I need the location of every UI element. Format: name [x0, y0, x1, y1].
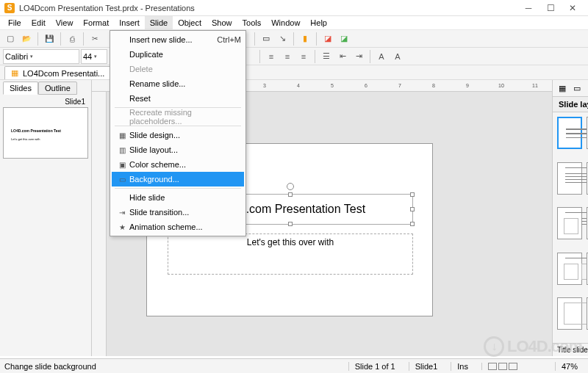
print-button[interactable] — [65, 32, 79, 46]
align-left-button[interactable]: ≡ — [264, 49, 279, 64]
layout-option-6[interactable] — [557, 253, 582, 285]
subtitle-textbox[interactable]: Let's get this over with — [168, 233, 413, 275]
font-family-select[interactable]: Calibri▾ — [3, 49, 79, 64]
close-button[interactable]: ✕ — [562, 1, 584, 15]
rect-tool[interactable]: ▭ — [259, 32, 273, 46]
watermark: ↓ LO4D.com — [484, 336, 582, 357]
status-hint: Change slide background — [4, 362, 341, 371]
menu-item-hide-slide[interactable]: Hide slide — [112, 190, 244, 205]
layout-toolbar-icon-0[interactable]: ▦ — [557, 83, 567, 93]
menu-item-duplicate[interactable]: Duplicate — [112, 47, 244, 62]
menu-insert[interactable]: Insert — [114, 16, 145, 29]
chart-tool[interactable]: ▮ — [298, 32, 312, 46]
menu-item-slide-transition[interactable]: ⇥Slide transition... — [112, 205, 244, 220]
layout-toolbar-icon-1[interactable]: ▭ — [572, 83, 582, 93]
layout-option-2[interactable] — [557, 162, 582, 195]
slide-panel: SlidesOutline Slide1LO4D.com Presentatio… — [0, 80, 92, 356]
arrow-tool[interactable]: ↘ — [275, 32, 290, 46]
menu-item-insert-new-slide[interactable]: Insert new slide...Ctrl+M — [112, 32, 244, 47]
thumb-label: Slide1 — [3, 98, 88, 106]
layout-option-8[interactable] — [557, 297, 582, 330]
status-slide-of: Slide 1 of 1 — [348, 362, 401, 371]
text-color-button[interactable]: A — [374, 49, 389, 64]
menu-file[interactable]: File — [3, 16, 26, 29]
indent-dec-button[interactable]: ⇤ — [335, 49, 350, 64]
align-center-button[interactable]: ≡ — [280, 49, 295, 64]
menu-item-animation-scheme[interactable]: ★Animation scheme... — [112, 220, 244, 234]
menu-show[interactable]: Show — [207, 16, 237, 29]
watermark-text: LO4D.com — [507, 337, 582, 356]
toolbar-standard: ▭ ↘ ▮ ◪ ◪ — [0, 30, 588, 48]
align-right-button[interactable]: ≡ — [296, 49, 311, 64]
layout-panel: ▦▭▥★ Slide layout Title slide — [552, 80, 588, 356]
cut-button[interactable] — [87, 32, 102, 46]
menu-item-reset[interactable]: Reset — [112, 91, 244, 106]
maximize-button[interactable]: ☐ — [539, 1, 562, 15]
window-title: LO4Dcom Presentation Test.prdx - Present… — [19, 4, 517, 12]
menubar: FileEditViewFormatInsertSlideObjectShowT… — [0, 16, 588, 30]
window-titlebar: S LO4Dcom Presentation Test.prdx - Prese… — [0, 0, 588, 16]
menu-item-delete: Delete — [112, 62, 244, 76]
statusbar: Change slide background Slide 1 of 1 Sli… — [0, 358, 588, 373]
new-button[interactable] — [3, 32, 18, 46]
menu-window[interactable]: Window — [266, 16, 305, 29]
minimize-button[interactable]: ─ — [517, 1, 539, 15]
help-icon[interactable]: ◪ — [337, 32, 351, 46]
open-button[interactable] — [19, 32, 34, 46]
ruler-vertical[interactable] — [92, 92, 107, 356]
status-insert-mode: Ins — [451, 362, 474, 371]
bullets-button[interactable]: ☰ — [319, 49, 334, 64]
font-size-select[interactable]: 44▾ — [81, 49, 107, 64]
menu-help[interactable]: Help — [305, 16, 332, 29]
menu-view[interactable]: View — [51, 16, 79, 29]
document-icon: ▦ — [11, 68, 18, 78]
status-slide-name: Slide1 — [409, 362, 444, 371]
watermark-icon: ↓ — [484, 336, 504, 357]
layout-option-4[interactable] — [557, 207, 582, 239]
menu-item-slide-layout[interactable]: ▥Slide layout... — [112, 142, 244, 157]
menu-tools[interactable]: Tools — [237, 16, 267, 29]
menu-edit[interactable]: Edit — [26, 16, 51, 29]
menu-item-rename-slide[interactable]: Rename slide... — [112, 76, 244, 91]
security-icon[interactable]: ◪ — [320, 32, 335, 46]
highlight-button[interactable]: A — [390, 49, 405, 64]
panel-tab-outline[interactable]: Outline — [38, 82, 77, 95]
menu-item-recreate-missing-placeholders: Recreate missing placeholders... — [112, 109, 244, 124]
subtitle-text[interactable]: Let's get this over with — [247, 237, 334, 247]
slide-thumbnail[interactable]: LO4D.com Presentation TestLet's get this… — [3, 107, 88, 159]
document-tab-label: LO4Dcom Presentati... — [23, 69, 104, 78]
menu-item-background[interactable]: ▭Background... — [112, 172, 244, 186]
layout-option-0[interactable] — [557, 117, 582, 149]
app-icon: S — [4, 3, 15, 13]
status-zoom[interactable]: 47% — [555, 362, 584, 371]
rotation-handle[interactable] — [287, 183, 294, 190]
save-button[interactable] — [42, 32, 57, 46]
menu-object[interactable]: Object — [173, 16, 207, 29]
indent-inc-button[interactable]: ⇥ — [351, 49, 366, 64]
layout-panel-header: Slide layout — [553, 96, 588, 112]
document-tab-bar: ▦ LO4Dcom Presentati... ✕ — [0, 65, 588, 80]
document-tab[interactable]: ▦ LO4Dcom Presentati... ✕ — [4, 66, 122, 79]
toolbar-formatting: Calibri▾ 44▾ ≡ ≡ ≡ ☰ ⇤ ⇥ A A — [0, 48, 588, 65]
menu-format[interactable]: Format — [78, 16, 114, 29]
menu-item-slide-design[interactable]: ▦Slide design... — [112, 128, 244, 142]
menu-item-color-scheme[interactable]: ▣Color scheme... — [112, 157, 244, 172]
slide-menu-dropdown[interactable]: Insert new slide...Ctrl+MDuplicateDelete… — [110, 30, 246, 236]
menu-slide[interactable]: Slide — [145, 16, 173, 29]
panel-tab-slides[interactable]: Slides — [3, 82, 38, 95]
footer-icons[interactable] — [481, 363, 548, 370]
